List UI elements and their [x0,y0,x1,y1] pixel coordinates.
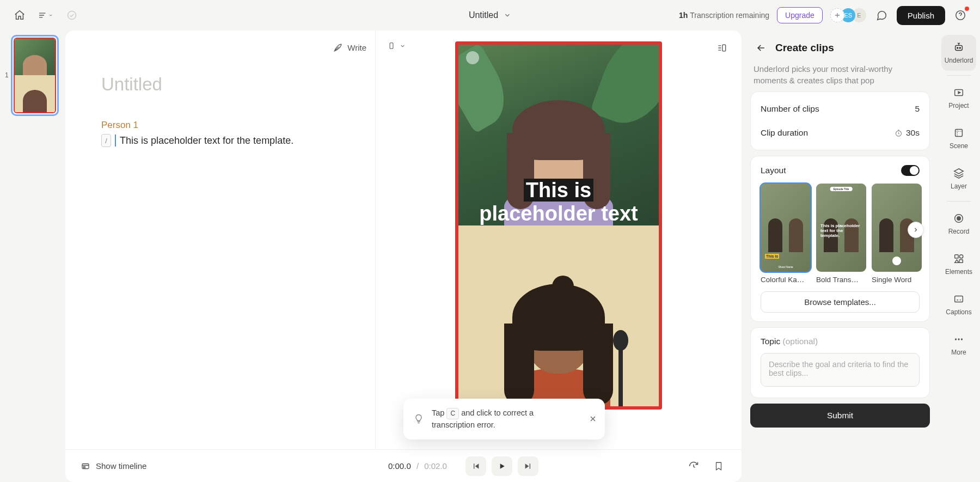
slash-key-hint: / [101,134,111,147]
editor: Write Untitled Person 1 / This is placeh… [65,30,742,482]
help-button[interactable] [953,8,968,23]
submit-button[interactable]: Submit [750,404,930,428]
tooltip-close-button[interactable] [589,414,597,423]
svg-rect-14 [955,255,958,258]
record-icon [953,212,965,224]
preview-pane: This is placeholder text [376,30,742,449]
svg-point-13 [957,217,960,220]
svg-rect-5 [83,466,85,467]
svg-point-8 [957,47,958,48]
svg-point-15 [959,255,963,258]
scene-thumbnail-1[interactable]: 1 [11,35,59,116]
svg-rect-2 [390,43,393,49]
panel-description: Underlord picks your most viral-worthy m… [750,63,930,86]
rail-more[interactable]: More [941,327,976,363]
clock-icon [895,129,903,137]
layout-tile-bold[interactable]: Episode Title This is placeholder text f… [816,184,866,284]
scene-number: 1 [5,71,9,79]
main: 1 Write Untitled Person 1 / This is pla [0,30,980,482]
transcript-line[interactable]: / This is placeholder text for the templ… [101,134,353,147]
panel-back-button[interactable] [754,40,769,56]
elements-icon [953,253,965,265]
topic-input[interactable] [761,353,920,387]
loop-button[interactable] [686,459,701,474]
notification-dot [965,7,969,11]
browse-templates-button[interactable]: Browse templates... [761,291,920,313]
transcript-text: This is placeholder text for the templat… [120,135,293,147]
layout-tile-colorful[interactable]: This is Show Name Colorful Ka… [761,184,811,284]
correction-tooltip: Tap C and click to correct a transcripti… [403,399,605,440]
svg-rect-17 [955,296,963,302]
layout-label: Layout [761,166,786,175]
toggle-panel-button[interactable] [714,40,730,56]
video-preview[interactable]: This is placeholder text [455,41,662,410]
svg-point-9 [959,47,960,48]
clip-duration-row[interactable]: Clip duration 30s [761,125,920,141]
rail-elements[interactable]: Elements [941,246,976,282]
clip-params-card: Number of clips 5 Clip duration 30s [750,91,930,150]
side-rail: Underlord Project Scene Layer Record Ele… [938,30,980,482]
preview-caption: This is placeholder text [458,179,659,226]
rail-captions[interactable]: Captions [941,286,976,322]
speaker-label[interactable]: Person 1 [101,120,353,131]
rail-project[interactable]: Project [941,80,976,116]
svg-point-0 [68,11,76,20]
topic-card: Topic (optional) [750,327,930,398]
layout-next-button[interactable] [908,222,924,238]
chevron-down-icon [400,43,406,49]
add-collaborator-button[interactable] [830,8,844,22]
rail-scene[interactable]: Scene [941,120,976,156]
phone-icon [388,40,395,51]
menu-button[interactable] [38,8,53,23]
svg-rect-7 [955,45,963,50]
svg-point-20 [961,338,963,340]
underlord-icon [953,41,965,53]
publish-button[interactable]: Publish [897,6,945,25]
doc-title-dropdown[interactable]: Untitled [469,10,511,20]
playback-bar: Show timeline 0:00.0 / 0:02.0 [65,449,742,482]
layout-templates: This is Show Name Colorful Ka… Episode T… [761,184,920,284]
more-icon [953,333,965,345]
svg-rect-16 [959,260,963,263]
bookmark-button[interactable] [711,459,726,474]
aspect-ratio-dropdown[interactable] [388,40,406,51]
captions-icon [953,293,965,305]
avatar-group: ES E [830,8,866,22]
topbar: Untitled 1h Transcription remaining Upgr… [0,0,980,30]
sync-status-icon[interactable] [64,8,79,23]
svg-rect-11 [955,130,963,137]
comments-button[interactable] [874,8,889,23]
doc-title: Untitled [469,10,498,20]
upgrade-button[interactable]: Upgrade [777,7,823,23]
svg-point-18 [955,338,957,340]
rail-underlord[interactable]: Underlord [941,35,976,71]
layer-icon [953,167,965,179]
transcription-remaining: 1h Transcription remaining [679,11,769,20]
layout-toggle[interactable] [901,165,920,176]
rail-record[interactable]: Record [941,206,976,242]
play-button[interactable] [492,456,512,476]
timeline-icon [81,461,90,471]
scene-icon [953,127,965,139]
chevron-down-icon [504,11,511,19]
watermark-icon [466,51,479,64]
number-of-clips-row[interactable]: Number of clips 5 [761,101,920,117]
topbar-left [12,8,79,23]
key-c: C [446,408,459,419]
panel-title: Create clips [775,42,834,54]
skip-forward-button[interactable] [518,456,538,476]
lightbulb-icon [413,413,424,424]
scenes-column: 1 [0,30,65,482]
script-title-placeholder[interactable]: Untitled [101,74,353,95]
project-icon [953,87,965,99]
home-button[interactable] [12,8,27,23]
skip-back-button[interactable] [465,456,486,476]
text-cursor [115,135,116,147]
show-timeline-button[interactable]: Show timeline [81,461,266,471]
write-button[interactable]: Write [333,42,366,53]
create-clips-panel: Create clips Underlord picks your most v… [746,30,938,482]
topic-label: Topic (optional) [761,337,920,346]
svg-rect-3 [722,45,726,51]
rail-layer[interactable]: Layer [941,161,976,197]
feather-icon [333,42,343,53]
